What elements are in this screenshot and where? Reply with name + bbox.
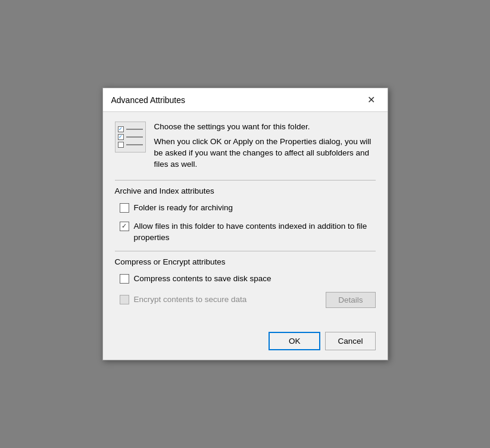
title-bar: Advanced Attributes ✕ <box>103 88 388 112</box>
encrypt-checkbox-row: Encrypt contents to secure data <box>120 294 247 306</box>
icon-line-3 <box>126 144 143 145</box>
divider-1 <box>115 180 376 181</box>
compress-section-title: Compress or Encrypt attributes <box>115 257 376 266</box>
advanced-attributes-dialog: Advanced Attributes ✕ <box>102 88 388 360</box>
header-line2: When you click OK or Apply on the Proper… <box>154 136 376 170</box>
compress-section: Compress or Encrypt attributes Compress … <box>115 251 376 308</box>
dialog-body: Choose the settings you want for this fo… <box>103 112 388 324</box>
details-button[interactable]: Details <box>326 292 375 308</box>
contents-indexed-checkbox[interactable] <box>120 222 129 231</box>
dialog-title: Advanced Attributes <box>111 95 186 105</box>
icon-line-1 <box>126 129 143 130</box>
icon-line-2 <box>126 136 143 138</box>
icon-row-3 <box>118 142 143 148</box>
archive-section-title: Archive and Index attributes <box>115 186 376 195</box>
icon-checkbox-3 <box>118 142 124 148</box>
header-line1: Choose the settings you want for this fo… <box>154 122 376 133</box>
cancel-button[interactable]: Cancel <box>325 332 375 350</box>
compress-checkbox-row: Compress contents to save disk space <box>115 273 376 285</box>
header-section: Choose the settings you want for this fo… <box>115 122 376 170</box>
icon-checkbox-2 <box>118 134 124 140</box>
ok-button[interactable]: OK <box>269 332 321 350</box>
archive-checkbox-row: Folder is ready for archiving <box>115 203 376 214</box>
icon-row-2 <box>118 134 143 140</box>
archive-section: Archive and Index attributes Folder is r… <box>115 180 376 244</box>
compress-contents-label: Compress contents to save disk space <box>134 273 271 285</box>
divider-2 <box>115 251 376 251</box>
icon-row-1 <box>118 126 143 132</box>
close-button[interactable]: ✕ <box>364 92 379 108</box>
folder-archiving-label: Folder is ready for archiving <box>134 203 233 214</box>
folder-archiving-checkbox[interactable] <box>120 203 129 213</box>
compress-contents-checkbox[interactable] <box>120 274 129 284</box>
icon-checkbox-1 <box>118 126 124 132</box>
folder-icon <box>115 122 146 153</box>
contents-indexed-label: Allow files in this folder to have conte… <box>134 221 376 244</box>
dialog-footer: OK Cancel <box>103 325 388 360</box>
encrypt-contents-checkbox[interactable] <box>120 295 129 304</box>
encrypt-left: Encrypt contents to secure data <box>120 294 247 306</box>
folder-icon-inner <box>118 126 143 148</box>
header-text: Choose the settings you want for this fo… <box>154 122 376 170</box>
index-checkbox-row: Allow files in this folder to have conte… <box>115 221 376 244</box>
encrypt-contents-label: Encrypt contents to secure data <box>134 294 247 306</box>
encrypt-row: Encrypt contents to secure data Details <box>115 292 376 308</box>
